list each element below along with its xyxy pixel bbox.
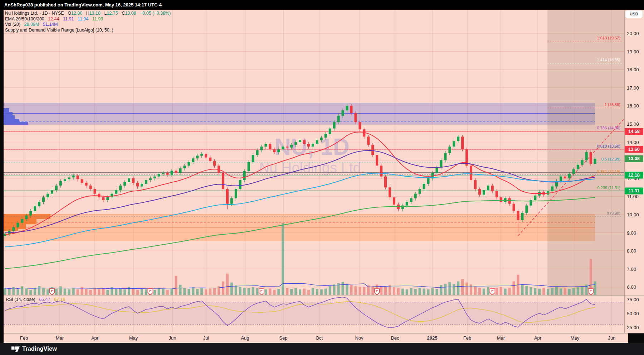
volume-value: 51.14M	[43, 22, 58, 27]
volume-bar	[568, 289, 571, 295]
volume-bar	[226, 274, 229, 295]
volume-bar	[594, 282, 596, 295]
price-tick: 8.00	[627, 248, 636, 254]
candle-body	[145, 180, 147, 184]
tradingview-brand-label[interactable]: TradingView	[22, 345, 57, 352]
candle-body	[68, 177, 70, 179]
volume-bar	[496, 288, 498, 295]
candle-body	[72, 176, 75, 177]
ema-legend-row[interactable]: EMA 20/50/100/200 12.44 11.91 11.94 11.9…	[5, 16, 171, 22]
volume-bar	[294, 288, 297, 295]
candle-body	[325, 134, 327, 138]
volume-bar	[414, 289, 417, 295]
volume-bar	[538, 289, 541, 295]
volume-bar	[269, 289, 271, 295]
rsi-legend-row[interactable]: RSI (14, close) 65.47 67.16	[6, 297, 65, 302]
supply-zone-volume-profile-bar	[4, 112, 13, 115]
volume-legend-row[interactable]: Vol (20) 28.08M 51.14M	[5, 22, 171, 28]
symbol-legend-row[interactable]: Nu Holdings Ltd. · 1D · NYSE O12.80 H13.…	[5, 11, 171, 16]
candle-body	[277, 149, 280, 152]
volume-bar	[508, 288, 511, 295]
volume-bar	[397, 288, 400, 295]
candle-body	[303, 140, 306, 144]
earnings-badge-letter: E	[491, 289, 493, 293]
candle-body	[358, 122, 361, 129]
candle-body	[350, 106, 352, 113]
volume-bar	[102, 289, 104, 295]
earnings-badge-letter: E	[590, 289, 592, 293]
price-tick: 19.00	[627, 49, 639, 54]
ema-label: EMA 20/50/100/200	[5, 16, 44, 21]
candle-body	[192, 158, 194, 162]
candle-body	[162, 173, 165, 174]
volume-bar	[453, 284, 455, 295]
candle-body	[337, 116, 340, 122]
candle-body	[577, 165, 579, 169]
time-axis-label: May	[123, 335, 144, 341]
time-axis-label: May	[564, 335, 586, 341]
price-tick: 6.00	[627, 284, 636, 290]
candle-body	[256, 150, 259, 155]
candle-body	[64, 179, 66, 181]
volume-bar	[307, 290, 310, 295]
volume-bar	[346, 284, 348, 295]
volume-bar	[213, 288, 216, 295]
ema20-value: 12.44	[48, 16, 59, 21]
candle-body	[183, 165, 186, 168]
fib-level-label: 0.5 (12.89)	[514, 157, 620, 161]
volume-bar	[38, 286, 40, 295]
volume-bar	[200, 288, 203, 295]
supply-zone-volume-profile-bar	[4, 122, 28, 125]
rsi-ma-value: 67.16	[54, 297, 65, 302]
chart-canvas[interactable]: NU, 1D Nu Holdings Ltd. EEEEEE	[0, 0, 644, 355]
volume-bar	[542, 288, 545, 295]
volume-bar	[333, 284, 336, 295]
volume-bar	[21, 286, 23, 295]
volume-bar	[560, 289, 562, 295]
price-tick: 11.00	[627, 194, 639, 199]
volume-bar	[483, 289, 485, 295]
time-axis-label: Feb	[13, 335, 35, 341]
candle-body	[85, 183, 88, 186]
volume-bar	[286, 288, 288, 295]
volume-bar	[158, 288, 160, 295]
time-axis-label: Aug	[234, 335, 256, 341]
ohlc-close-value: 13.08	[125, 11, 136, 16]
ohlc-open-label: O	[68, 11, 71, 16]
volume-bar	[448, 282, 451, 295]
volume-bar	[358, 287, 361, 295]
candle-body	[102, 197, 104, 200]
price-tick: 9.00	[627, 230, 636, 235]
candle-body	[132, 178, 135, 183]
price-tick: 17.00	[627, 85, 639, 90]
volume-bar	[427, 289, 430, 295]
candle-body	[312, 144, 314, 147]
volume-bar	[4, 288, 6, 295]
price-level-badge: 11.31	[625, 187, 643, 194]
volume-bar	[98, 289, 100, 295]
candle-body	[51, 190, 53, 194]
change-value: −0.05 (−0.38%)	[140, 11, 171, 16]
tradingview-logo-icon[interactable]	[11, 345, 20, 353]
candle-body	[200, 154, 203, 155]
fib-level-label: 1 (15.88)	[514, 102, 620, 107]
volume-bar	[128, 287, 130, 295]
volume-bar	[380, 286, 382, 295]
candle-body	[406, 202, 408, 206]
candle-body	[128, 178, 130, 182]
rsi-band	[4, 302, 624, 324]
publisher-bar: AnShRoy038 published on TradingView.com,…	[0, 0, 644, 10]
price-tick: 15.00	[627, 121, 639, 127]
candle-body	[286, 147, 288, 148]
candle-body	[136, 183, 139, 186]
candle-body	[175, 171, 177, 173]
candle-body	[320, 138, 323, 140]
supply-demand-legend-row[interactable]: Supply and Demand Visible Range [LuxAlgo…	[5, 28, 171, 33]
candle-body	[333, 122, 336, 129]
currency-button[interactable]: USD	[625, 10, 643, 18]
volume-bar	[329, 286, 331, 295]
volume-bar	[248, 288, 250, 295]
candle-body	[213, 161, 216, 166]
candle-body	[367, 136, 370, 145]
volume-bar	[423, 289, 425, 295]
